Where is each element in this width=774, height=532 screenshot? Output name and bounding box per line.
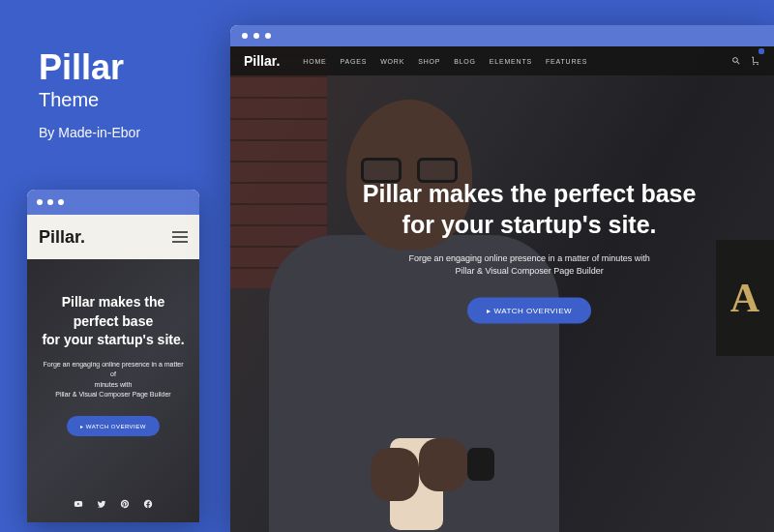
mobile-hero-title: Pillar makes the perfect base for your s… (42, 293, 184, 350)
mobile-hero-sub: Forge an engaging online presence in a m… (41, 360, 186, 400)
nav-home[interactable]: HOME (303, 58, 326, 65)
desktop-hero: Pillar makes the perfect base for your s… (230, 46, 774, 532)
desktop-navbar: Pillar. HOME PAGES WORK SHOP BLOG ELEMEN… (230, 46, 774, 75)
window-dot (58, 199, 64, 205)
youtube-icon[interactable] (74, 499, 83, 509)
window-dot (253, 33, 259, 39)
mobile-hero: Pillar makes the perfect base for your s… (27, 259, 199, 522)
search-icon[interactable] (731, 56, 741, 66)
social-row (27, 499, 199, 509)
hamburger-icon[interactable] (172, 231, 188, 243)
desktop-hero-text: Pillar makes the perfect base for your s… (326, 177, 732, 323)
nav-shop[interactable]: SHOP (418, 58, 440, 65)
pinterest-icon[interactable] (120, 499, 130, 509)
hero-sub-line: Forge an engaging online presence in a m… (43, 361, 183, 378)
mobile-content: Pillar. Pillar makes the perfect base fo… (27, 215, 199, 522)
hero-sub-line: minutes with (95, 381, 133, 388)
nav-work[interactable]: WORK (380, 58, 404, 65)
desktop-hero-title: Pillar makes the perfect base for your s… (326, 177, 732, 240)
nav-icons (731, 52, 760, 70)
desktop-hero-sub: Forge an engaging online presence in a m… (326, 251, 732, 278)
nav-blog[interactable]: BLOG (454, 58, 476, 65)
window-dot (37, 199, 43, 205)
hero-sub-line: Pillar & Visual Composer Page Builder (455, 266, 603, 276)
desktop-logo[interactable]: Pillar. (244, 53, 280, 69)
desktop-preview: A Pillar. HOME PAGES WORK SHOP BLOG ELEM… (230, 25, 774, 532)
nav-items: HOME PAGES WORK SHOP BLOG ELEMENTS FEATU… (303, 58, 587, 65)
hero-title-line: perfect base (74, 313, 153, 329)
desktop-window-chrome (230, 25, 774, 46)
hero-sub-line: Forge an engaging online presence in a m… (409, 252, 650, 262)
mobile-topbar: Pillar. (27, 215, 199, 259)
window-dot (265, 33, 271, 39)
hero-title-line: for your startup's site. (402, 211, 657, 238)
twitter-icon[interactable] (97, 499, 106, 509)
facebook-icon[interactable] (143, 499, 153, 509)
window-dot (242, 33, 248, 39)
mobile-preview: Pillar. Pillar makes the perfect base fo… (27, 190, 199, 522)
watch-overview-button[interactable]: ▸ WATCH OVERVIEW (467, 297, 591, 323)
nav-pages[interactable]: PAGES (341, 58, 368, 65)
nav-features[interactable]: FEATURES (546, 58, 587, 65)
cart-badge (759, 48, 764, 54)
hero-title-line: for your startup's site. (42, 332, 184, 347)
hero-title-line: Pillar makes the perfect base (363, 179, 697, 206)
mobile-window-chrome (27, 190, 199, 215)
watch-overview-button[interactable]: ▸ WATCH OVERVIEW (67, 416, 160, 436)
cart-icon[interactable] (751, 52, 760, 70)
nav-elements[interactable]: ELEMENTS (490, 58, 532, 65)
window-dot (47, 199, 53, 205)
hero-title-line: Pillar makes the (62, 294, 165, 310)
hero-sub-line: Pillar & Visual Composer Page Builder (55, 391, 170, 398)
desktop-content: A Pillar. HOME PAGES WORK SHOP BLOG ELEM… (230, 46, 774, 532)
mobile-logo[interactable]: Pillar. (39, 227, 85, 248)
